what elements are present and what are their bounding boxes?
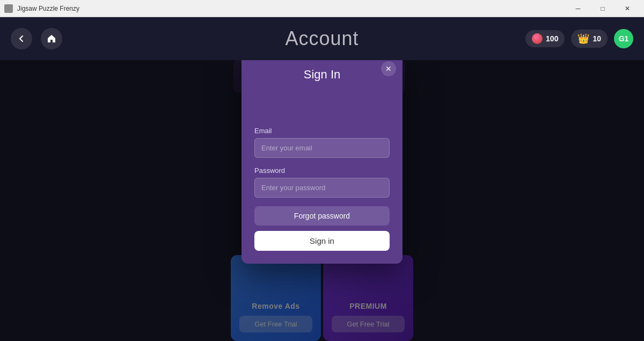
gem-icon <box>532 33 543 44</box>
nav-right: 100 👑 10 G1 <box>525 29 633 48</box>
level-badge: G1 <box>614 29 633 48</box>
nav-left <box>11 28 62 49</box>
title-bar-controls: ─ □ ✕ <box>566 0 640 17</box>
gem-count: 100 <box>546 34 558 43</box>
modal-title: Sign In <box>254 68 390 82</box>
modal-close-button[interactable]: ✕ <box>381 61 396 76</box>
level-label: G1 <box>619 34 629 43</box>
title-bar-left: Jigsaw Puzzle Frenzy <box>4 4 79 13</box>
app-icon <box>4 4 13 13</box>
close-button[interactable]: ✕ <box>615 0 640 17</box>
app-title: Jigsaw Puzzle Frenzy <box>17 5 79 12</box>
gem-score-badge: 100 <box>525 30 565 47</box>
modal-overlay: ✕ Sign In Email Password Forgot password… <box>0 60 644 341</box>
signin-modal: ✕ Sign In Email Password Forgot password… <box>241 55 402 264</box>
home-button[interactable] <box>41 28 62 49</box>
back-button[interactable] <box>11 28 32 49</box>
title-bar: Jigsaw Puzzle Frenzy ─ □ ✕ <box>0 0 644 17</box>
crown-icon: 👑 <box>577 33 589 45</box>
app-container: Account 100 👑 10 G1 ! You ar <box>0 17 644 341</box>
maximize-button[interactable]: □ <box>590 0 615 17</box>
nav-bar: Account 100 👑 10 G1 <box>0 17 644 60</box>
password-input[interactable] <box>254 178 390 198</box>
minimize-button[interactable]: ─ <box>566 0 590 17</box>
page-title: Account <box>285 27 358 50</box>
email-form-group: Email <box>254 127 390 158</box>
password-form-group: Password <box>254 166 390 198</box>
avatar-area <box>254 95 390 116</box>
signin-button[interactable]: Sign in <box>254 231 390 251</box>
email-input[interactable] <box>254 138 390 158</box>
crown-score-badge: 👑 10 <box>571 30 608 48</box>
crown-count: 10 <box>592 34 601 43</box>
forgot-password-button[interactable]: Forgot password <box>254 206 390 226</box>
email-label: Email <box>254 127 390 135</box>
main-content: ! You are using a guest account Sign in … <box>0 60 644 341</box>
password-label: Password <box>254 166 390 175</box>
